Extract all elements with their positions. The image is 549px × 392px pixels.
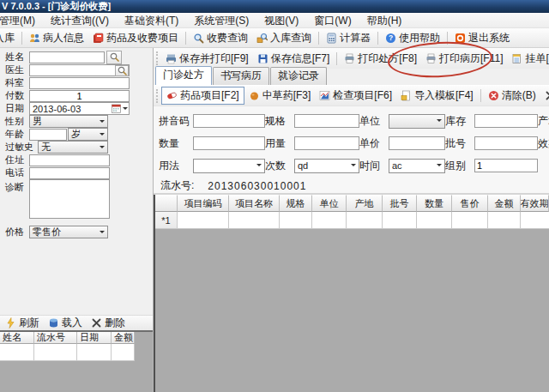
grid-col-qty[interactable]: 数量 [417, 195, 452, 212]
tab-visit-history[interactable]: 就诊记录 [270, 67, 327, 85]
pending-grid: 姓名 流水号 日期 金额 [0, 330, 153, 392]
clear-button[interactable]: 清除(B) [484, 87, 540, 104]
save-print-button[interactable]: 保存并打印[F9] [161, 49, 253, 68]
save-info-button[interactable]: 保存信息[F7] [253, 49, 335, 68]
print-prescription-button[interactable]: 打印处方[F8] [340, 49, 421, 68]
check-item-button[interactable]: 检查项目[F6] [315, 87, 396, 104]
age-unit-select[interactable]: 岁 [68, 128, 108, 141]
pinyin-input[interactable] [193, 114, 265, 128]
grid-col-amount[interactable]: 金额 [488, 195, 521, 212]
toolbar-stock-query[interactable]: 入库查询 [252, 29, 316, 47]
grid-col-price[interactable]: 售价 [452, 195, 488, 212]
grid-col-selector[interactable] [155, 195, 178, 212]
menu-view[interactable]: 视图(V) [256, 13, 306, 28]
tab-outpatient-prescription[interactable]: 门诊处方 [155, 66, 212, 85]
freq-select[interactable]: qd [294, 159, 359, 173]
item-toolbar: 药品项目[F2] 中草药[F3] 检查项目[F6] 导入模板[F4] [154, 85, 549, 106]
delete-x-icon [91, 317, 102, 329]
unit-label: 单位 [359, 114, 389, 129]
toolbar-fee-query[interactable]: 收费查询 [189, 29, 252, 47]
price-type-select[interactable]: 零售价 [29, 226, 108, 238]
dept-input[interactable] [29, 77, 130, 89]
tab-write-record[interactable]: 书写病历 [213, 67, 269, 85]
search-icon [117, 65, 128, 76]
toolbar-exit[interactable]: 退出系统 [450, 29, 514, 47]
doses-input[interactable] [29, 90, 130, 102]
window-title: V 7.0.0.3 - [门诊划价收费] [2, 1, 111, 11]
doctor-search-button[interactable] [115, 65, 129, 76]
menu-system-manage[interactable]: 系统管理(S) [186, 13, 256, 28]
grid-col-unit[interactable]: 单位 [312, 195, 347, 212]
grid-col-item-code[interactable]: 项目编码 [178, 195, 229, 212]
unit-select[interactable] [389, 114, 445, 129]
toolbar-drug-fee-items[interactable]: 药品及收费项目 [88, 29, 183, 47]
grid-col-spec[interactable]: 规格 [280, 195, 312, 212]
menu-stats-query[interactable]: 统计查询((V) [43, 13, 117, 28]
qty-input[interactable] [193, 136, 265, 150]
suspend-order-button[interactable]: 挂单[F10] [507, 49, 549, 68]
pending-col-amount[interactable]: 金额 [112, 332, 135, 344]
search-icon [193, 33, 204, 44]
printer-icon [425, 53, 437, 64]
diagnosis-label: 诊断 [5, 179, 29, 194]
chevron-down-icon [100, 146, 105, 151]
gender-select[interactable]: 男 [29, 115, 108, 128]
date-label: 日期 [5, 102, 29, 115]
drug-item-button[interactable]: 药品项目[F2] [161, 87, 244, 105]
menu-base-data[interactable]: 基础资料(T) [117, 13, 186, 28]
delete-row-button[interactable]: 删除(D) [540, 87, 549, 104]
toolbar-patient-info[interactable]: 病人信息 [25, 29, 88, 47]
time-select[interactable]: ac [389, 159, 445, 173]
grid-col-origin[interactable]: 产地 [347, 195, 383, 212]
action-bar: 保存并打印[F9] 保存信息[F7] 打印处方[F8] 打印病历[F11] [154, 48, 549, 69]
usage-select[interactable] [193, 159, 265, 173]
address-input[interactable] [29, 154, 110, 166]
toolbar-help[interactable]: ? 使用帮助 [381, 29, 444, 47]
toolbar-separator [447, 32, 448, 45]
menu-help[interactable]: 帮助(H) [359, 13, 410, 28]
unit-price-input[interactable] [389, 136, 445, 150]
name-input[interactable] [29, 51, 105, 63]
search-icon [109, 51, 120, 63]
main-toolbar: 入库 病人信息 药品及收费项目 收费查询 入库查询 计算器 ? 使用帮助 [0, 28, 549, 48]
toolbar-grip [156, 89, 160, 103]
age-input[interactable] [29, 129, 67, 141]
diagnosis-textarea[interactable] [29, 179, 110, 219]
name-search-button[interactable] [106, 51, 122, 64]
grid-col-batch[interactable]: 批号 [383, 195, 417, 212]
dosage-input[interactable] [294, 136, 359, 150]
pending-col-date[interactable]: 日期 [77, 332, 112, 344]
batch-input[interactable] [474, 136, 538, 150]
chevron-down-icon [437, 164, 442, 169]
group-input[interactable] [474, 159, 538, 172]
pending-empty-row[interactable] [0, 344, 153, 361]
dosage-label: 用量 [265, 136, 294, 151]
print-record-button[interactable]: 打印病历[F11] [421, 49, 507, 68]
capsule-icon [166, 90, 178, 101]
stock-input[interactable] [474, 114, 538, 128]
origin-label: 产地 [538, 114, 549, 129]
chevron-down-icon [100, 120, 105, 125]
pending-col-serial[interactable]: 流水号 [34, 332, 77, 344]
menu-window[interactable]: 窗口(W) [306, 13, 359, 28]
grid-col-expiry[interactable]: 有效期 [521, 195, 549, 212]
menu-manage[interactable]: 息管理(M) [0, 13, 43, 28]
import-template-button[interactable]: 导入模板[F4] [396, 87, 478, 104]
pending-delete-button[interactable]: 删除 [91, 316, 125, 330]
item-entry-form: 拼音码 规格 单位 库存 产地 数量 用量 单价 批号 效期 用法 [154, 106, 549, 178]
phone-input[interactable] [29, 167, 110, 179]
toolbar-calculator[interactable]: 计算器 [322, 29, 375, 47]
herb-button[interactable]: 中草药[F3] [244, 87, 316, 104]
spec-input[interactable] [294, 114, 359, 128]
stock-label: 库存 [445, 114, 474, 129]
grid-new-row[interactable]: *1 [155, 212, 549, 229]
pending-col-name[interactable]: 姓名 [0, 332, 34, 344]
phone-label: 电话 [5, 166, 29, 179]
grid-col-item-name[interactable]: 项目名称 [229, 195, 280, 212]
refresh-button[interactable]: 刷新 [5, 316, 39, 330]
calculator-icon [326, 33, 337, 44]
date-picker[interactable]: 2013-06-03 [29, 102, 130, 115]
allergy-select[interactable]: 无 [38, 141, 108, 154]
toolbar-stock-in-partial[interactable]: 入库 [0, 29, 19, 47]
load-button[interactable]: 载入 [48, 316, 82, 330]
